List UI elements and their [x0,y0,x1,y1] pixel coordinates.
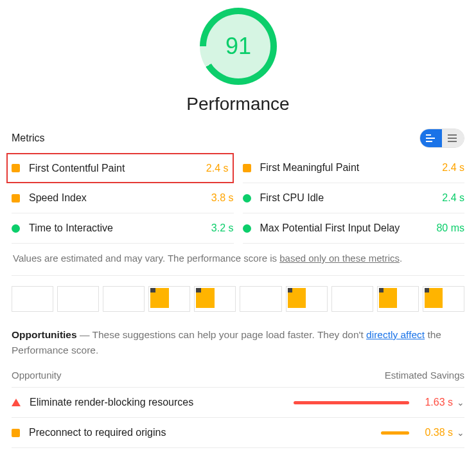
status-icon [12,399,21,406]
summary-icon [426,134,436,142]
performance-gauge: 91 Performance [12,8,464,114]
chevron-down-icon: ⌄ [457,428,464,438]
opportunity-label: Preconnect to required origins [29,427,287,438]
opportunities-headers: Opportunity Estimated Savings [12,370,464,388]
metric-cpu-idle[interactable]: First CPU Idle 2.4 s [243,183,465,213]
opportunity-item[interactable]: Eliminate render-blocking resources 1.63… [12,388,464,418]
view-toggle-summary[interactable] [420,129,442,147]
status-icon [12,194,20,203]
opportunities-intro-link[interactable]: directly affect [366,329,425,340]
filmstrip-frame [286,286,328,312]
filmstrip-frame [423,286,464,312]
svg-rect-5 [448,141,457,142]
metric-value: 80 ms [436,222,464,234]
metric-value: 2.4 s [442,162,464,174]
metric-fid[interactable]: Max Potential First Input Delay 80 ms [243,213,465,244]
chevron-down-icon: ⌄ [457,397,464,408]
detail-icon [448,134,458,142]
metric-label: Max Potential First Input Delay [260,222,437,234]
intro-text: These suggestions can help your page loa… [92,329,366,340]
filmstrip-frame [12,286,53,312]
metric-value: 2.4 s [442,192,464,204]
opportunities-title: Opportunities [12,329,77,340]
metric-label: First Contentful Paint [29,163,206,174]
status-icon [243,224,251,233]
opportunity-value: 0.38 s [414,427,453,438]
savings-bar [294,401,409,404]
footer-text: Values are estimated and may vary. The p… [13,253,279,264]
metric-fmp[interactable]: First Meaningful Paint 2.4 s [243,153,465,183]
metrics-grid: First Contentful Paint 2.4 s First Meani… [12,153,464,244]
filmstrip-frame [240,286,281,312]
opportunity-item[interactable]: Preconnect to required origins 0.38 s ⌄ [12,418,464,448]
filmstrip-frame [331,286,373,312]
opportunity-header-right: Estimated Savings [385,370,464,381]
gauge-title: Performance [186,94,289,114]
view-toggle [419,129,464,148]
filmstrip-frame [194,286,236,312]
metric-label: Speed Index [29,192,211,204]
filmstrip-frame [57,286,99,312]
status-icon [12,164,20,172]
opportunities-intro: Opportunities — These suggestions can he… [12,327,464,358]
metric-label: First Meaningful Paint [260,162,443,174]
metrics-section-title: Metrics [12,132,45,144]
gauge-ring: 91 [200,8,277,85]
intro-dash: — [77,329,93,340]
status-icon [243,194,251,203]
footer-text-after: . [400,253,402,264]
filmstrip-frame [377,286,419,312]
metric-value: 2.4 s [206,163,229,174]
opportunity-header-left: Opportunity [12,370,62,381]
svg-rect-4 [448,138,457,139]
filmstrip [12,286,464,312]
metric-label: First CPU Idle [260,192,443,204]
metrics-footer: Values are estimated and may vary. The p… [12,244,464,276]
opportunity-label: Eliminate render-blocking resources [30,397,287,408]
metric-value: 3.8 s [211,192,234,204]
metric-tti[interactable]: Time to Interactive 3.2 s [12,213,234,244]
metric-fcp[interactable]: First Contentful Paint 2.4 s [6,153,234,183]
svg-rect-3 [448,134,457,136]
svg-rect-2 [426,141,432,142]
metric-speed-index[interactable]: Speed Index 3.8 s [12,183,234,213]
filmstrip-frame [148,286,190,312]
svg-rect-1 [426,138,435,139]
status-icon [243,164,251,172]
view-toggle-detail[interactable] [442,129,464,147]
status-icon [12,224,20,233]
metrics-footer-link[interactable]: based only on these metrics [279,253,400,264]
svg-rect-0 [426,134,431,136]
opportunity-value: 1.63 s [414,397,453,408]
status-icon [12,429,20,437]
filmstrip-frame [103,286,145,312]
metric-label: Time to Interactive [29,222,211,234]
metric-value: 3.2 s [211,222,234,234]
gauge-score: 91 [225,33,251,60]
savings-bar [381,431,409,435]
